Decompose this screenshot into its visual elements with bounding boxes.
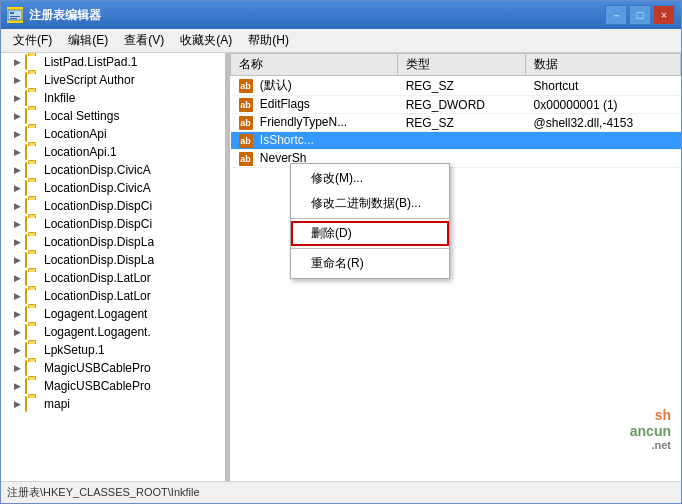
registry-table: 名称 类型 数据 ab (默认) REG_SZ Shortcut xyxy=(230,53,681,168)
tree-item-label: MagicUSBCablePro xyxy=(44,379,151,393)
title-bar-title: 注册表编辑器 xyxy=(29,7,605,24)
tree-item-listpad[interactable]: ▶ ListPad.ListPad.1 xyxy=(1,53,225,71)
svg-rect-1 xyxy=(10,12,14,14)
tree-item-label: LocationDisp.CivicA xyxy=(44,181,151,195)
tree-item-livescript[interactable]: ▶ LiveScript Author xyxy=(1,71,225,89)
tree-item-label: mapi xyxy=(44,397,70,411)
tree-item-locationdisp3[interactable]: ▶ LocationDisp.DispCi xyxy=(1,197,225,215)
tree-item-label: Inkfile xyxy=(44,91,75,105)
ctx-menu-modify-binary[interactable]: 修改二进制数据(B)... xyxy=(291,191,449,216)
reg-type-icon: ab xyxy=(239,79,253,93)
expand-icon: ▶ xyxy=(9,324,25,340)
tree-item-label: MagicUSBCablePro xyxy=(44,361,151,375)
reg-type-icon: ab xyxy=(239,98,253,112)
expand-icon: ▶ xyxy=(9,162,25,178)
tree-item-logagent1[interactable]: ▶ Logagent.Logagent xyxy=(1,305,225,323)
tree-item-locationapi1[interactable]: ▶ LocationApi.1 xyxy=(1,143,225,161)
ctx-menu-rename[interactable]: 重命名(R) xyxy=(291,251,449,276)
registry-panel: 名称 类型 数据 ab (默认) REG_SZ Shortcut xyxy=(230,53,681,481)
tree-item-magicusb2[interactable]: ▶ MagicUSBCablePro xyxy=(1,377,225,395)
tree-item-locationdisp4[interactable]: ▶ LocationDisp.DispCi xyxy=(1,215,225,233)
tree-item-magicusb1[interactable]: ▶ MagicUSBCablePro xyxy=(1,359,225,377)
reg-data-cell: @shell32.dll,-4153 xyxy=(526,114,681,132)
tree-item-label: Local Settings xyxy=(44,109,119,123)
tree-item-locationdisp8[interactable]: ▶ LocationDisp.LatLor xyxy=(1,287,225,305)
folder-icon xyxy=(25,55,41,69)
tree-item-label: LocationDisp.LatLor xyxy=(44,271,151,285)
expand-icon: ▶ xyxy=(9,234,25,250)
col-header-name[interactable]: 名称 xyxy=(231,54,398,76)
expand-icon: ▶ xyxy=(9,252,25,268)
tree-item-locationdisp5[interactable]: ▶ LocationDisp.DispLa xyxy=(1,233,225,251)
folder-icon xyxy=(25,109,41,123)
context-menu: 修改(M)... 修改二进制数据(B)... 删除(D) 重命名(R) xyxy=(290,163,450,279)
tree-panel[interactable]: ▶ ListPad.ListPad.1 ▶ LiveScript Author … xyxy=(1,53,226,481)
reg-data-cell: Shortcut xyxy=(526,76,681,96)
ctx-separator2 xyxy=(291,248,449,249)
folder-icon xyxy=(25,361,41,375)
folder-icon xyxy=(25,127,41,141)
maximize-button[interactable]: □ xyxy=(629,5,651,25)
table-row[interactable]: ab FriendlyTypeN... REG_SZ @shell32.dll,… xyxy=(231,114,681,132)
tree-item-label: LocationDisp.DispLa xyxy=(44,235,154,249)
reg-name-cell: ab IsShortc... xyxy=(231,132,398,150)
tree-item-lpksetup[interactable]: ▶ LpkSetup.1 xyxy=(1,341,225,359)
tree-item-locationapi[interactable]: ▶ LocationApi xyxy=(1,125,225,143)
ctx-menu-delete[interactable]: 删除(D) xyxy=(291,221,449,246)
svg-rect-3 xyxy=(10,18,17,19)
table-row[interactable]: ab EditFlags REG_DWORD 0x00000001 (1) xyxy=(231,96,681,114)
reg-type-icon: ab xyxy=(239,134,253,148)
expand-icon: ▶ xyxy=(9,72,25,88)
tree-item-label: LocationDisp.DispCi xyxy=(44,199,152,213)
status-text: 注册表\HKEY_CLASSES_ROOT\Inkfile xyxy=(7,485,200,500)
tree-item-label: ListPad.ListPad.1 xyxy=(44,55,137,69)
table-row[interactable]: ab (默认) REG_SZ Shortcut xyxy=(231,76,681,96)
tree-item-label: LocationDisp.CivicA xyxy=(44,163,151,177)
col-header-type[interactable]: 类型 xyxy=(398,54,526,76)
expand-icon: ▶ xyxy=(9,288,25,304)
watermark-domain: .net xyxy=(630,439,671,451)
expand-icon: ▶ xyxy=(9,342,25,358)
watermark: shancun .net xyxy=(630,407,671,451)
menu-edit[interactable]: 编辑(E) xyxy=(60,29,116,52)
ctx-separator xyxy=(291,218,449,219)
ctx-menu-modify[interactable]: 修改(M)... xyxy=(291,166,449,191)
tree-item-locationdisp1[interactable]: ▶ LocationDisp.CivicA xyxy=(1,161,225,179)
watermark-line1: shancun xyxy=(630,407,671,439)
reg-type-cell: REG_SZ xyxy=(398,114,526,132)
expand-icon: ▶ xyxy=(9,216,25,232)
folder-icon xyxy=(25,379,41,393)
menu-help[interactable]: 帮助(H) xyxy=(240,29,297,52)
reg-data-cell xyxy=(526,150,681,168)
expand-icon: ▶ xyxy=(9,90,25,106)
tree-item-logagent2[interactable]: ▶ Logagent.Logagent. xyxy=(1,323,225,341)
tree-item-locationdisp7[interactable]: ▶ LocationDisp.LatLor xyxy=(1,269,225,287)
close-button[interactable]: × xyxy=(653,5,675,25)
reg-type-cell xyxy=(398,132,526,150)
folder-icon xyxy=(25,235,41,249)
menu-view[interactable]: 查看(V) xyxy=(116,29,172,52)
tree-item-label: LocationApi.1 xyxy=(44,145,117,159)
tree-item-locationdisp6[interactable]: ▶ LocationDisp.DispLa xyxy=(1,251,225,269)
tree-item-local-settings[interactable]: ▶ Local Settings xyxy=(1,107,225,125)
tree-item-locationdisp2[interactable]: ▶ LocationDisp.CivicA xyxy=(1,179,225,197)
table-row-selected[interactable]: ab IsShortc... xyxy=(231,132,681,150)
reg-data-cell xyxy=(526,132,681,150)
title-bar: 注册表编辑器 － □ × xyxy=(1,1,681,29)
folder-icon xyxy=(25,73,41,87)
menu-file[interactable]: 文件(F) xyxy=(5,29,60,52)
minimize-button[interactable]: － xyxy=(605,5,627,25)
col-header-data[interactable]: 数据 xyxy=(526,54,681,76)
reg-name-cell: ab (默认) xyxy=(231,76,398,96)
tree-item-inkfile[interactable]: ▶ Inkfile xyxy=(1,89,225,107)
tree-item-mapi[interactable]: ▶ mapi xyxy=(1,395,225,413)
folder-icon xyxy=(25,199,41,213)
folder-icon xyxy=(25,91,41,105)
registry-editor-window: 注册表编辑器 － □ × 文件(F) 编辑(E) 查看(V) 收藏夹(A) 帮助… xyxy=(0,0,682,504)
expand-icon: ▶ xyxy=(9,54,25,70)
main-content: ▶ ListPad.ListPad.1 ▶ LiveScript Author … xyxy=(1,53,681,481)
reg-type-icon: ab xyxy=(239,116,253,130)
tree-item-label: LiveScript Author xyxy=(44,73,135,87)
menu-favorites[interactable]: 收藏夹(A) xyxy=(172,29,240,52)
tree-item-label: LocationDisp.LatLor xyxy=(44,289,151,303)
